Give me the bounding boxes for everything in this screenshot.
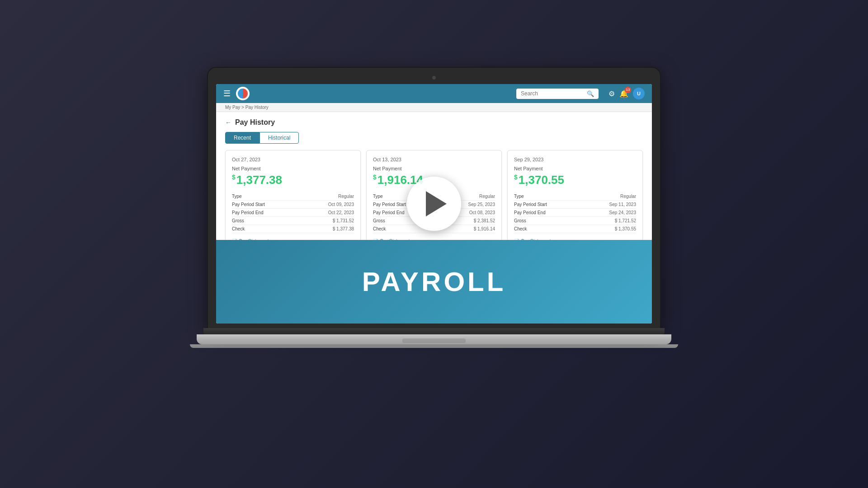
document-icon-2: 📄 (373, 239, 378, 244)
table-row: TypeRegular (514, 192, 636, 201)
laptop-hinge (203, 328, 665, 334)
table-row: Check$ 1,370.55 (514, 225, 636, 233)
card-date-3: Sep 29, 2023 (514, 157, 636, 162)
search-input[interactable] (521, 90, 584, 97)
document-icon-1: 📄 (232, 239, 237, 244)
table-row: TypeRegular (232, 192, 354, 201)
detail-table-1: TypeRegular Pay Period StartOct 09, 2023… (232, 192, 354, 233)
play-triangle-icon (426, 191, 447, 216)
play-button[interactable] (407, 177, 461, 231)
table-row: Pay Period StartSep 11, 2023 (514, 201, 636, 209)
dollar-sign-3: $ (514, 174, 518, 181)
pay-statement-link-1[interactable]: 📄 Pay Statement (232, 239, 354, 244)
dollar-sign-2: $ (373, 174, 377, 181)
app-logo (236, 87, 250, 100)
table-row: Gross$ 1,731.52 (232, 217, 354, 225)
search-bar[interactable]: 🔍 (516, 89, 599, 99)
tabs-row: Recent Historical (225, 132, 643, 144)
logo-graphic (238, 89, 248, 99)
laptop-screen: ☰ 🔍 ⚙ 🔔 13 U (216, 84, 652, 324)
net-amount-1: $1,377.38 (232, 173, 354, 187)
laptop-feet (190, 344, 678, 348)
settings-icon[interactable]: ⚙ (609, 89, 615, 98)
dollar-sign-1: $ (232, 174, 236, 181)
net-amount-3: $1,370.55 (514, 173, 636, 187)
laptop-screen-bezel: ☰ 🔍 ⚙ 🔔 13 U (208, 68, 660, 328)
page-title-row: ← Pay History (225, 118, 643, 127)
notification-badge: 13 (625, 87, 631, 93)
back-arrow-icon[interactable]: ← (225, 119, 231, 126)
tab-recent[interactable]: Recent (225, 132, 259, 144)
net-label-2: Net Payment (373, 166, 495, 171)
breadcrumb: My Pay > Pay History (216, 103, 652, 112)
hamburger-icon[interactable]: ☰ (223, 89, 231, 99)
laptop-container: ☰ 🔍 ⚙ 🔔 13 U (185, 68, 683, 420)
net-label-3: Net Payment (514, 166, 636, 171)
page-title: Pay History (235, 118, 275, 127)
pay-card-1: Oct 27, 2023 Net Payment $1,377.38 TypeR… (225, 150, 361, 250)
table-row: Pay Period EndOct 22, 2023 (232, 209, 354, 217)
table-row: Gross$ 1,721.52 (514, 217, 636, 225)
app-header: ☰ 🔍 ⚙ 🔔 13 U (216, 84, 652, 103)
table-row: Pay Period EndSep 24, 2023 (514, 209, 636, 217)
laptop-base (197, 334, 671, 344)
table-row: Check$ 1,377.38 (232, 225, 354, 233)
document-icon-3: 📄 (514, 239, 519, 244)
card-date-2: Oct 13, 2023 (373, 157, 495, 162)
laptop-camera (432, 76, 436, 80)
detail-table-3: TypeRegular Pay Period StartSep 11, 2023… (514, 192, 636, 233)
avatar[interactable]: U (633, 88, 645, 99)
trackpad[interactable] (402, 338, 466, 343)
pay-card-3: Sep 29, 2023 Net Payment $1,370.55 TypeR… (507, 150, 643, 250)
net-label-1: Net Payment (232, 166, 354, 171)
notification-icon[interactable]: 🔔 13 (619, 89, 628, 98)
pay-statement-link-3[interactable]: 📄 Pay Statement (514, 239, 636, 244)
tab-historical[interactable]: Historical (259, 132, 299, 144)
search-icon[interactable]: 🔍 (587, 90, 594, 97)
table-row: Pay Period StartOct 09, 2023 (232, 201, 354, 209)
header-icons: ⚙ 🔔 13 U (609, 88, 645, 99)
pay-statement-link-2[interactable]: 📄 Pay Statement (373, 239, 495, 244)
card-date-1: Oct 27, 2023 (232, 157, 354, 162)
